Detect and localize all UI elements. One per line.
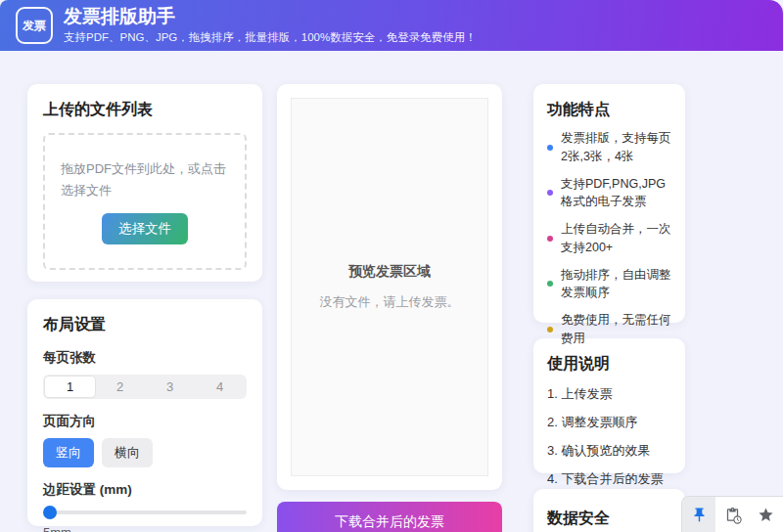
page-subtitle: 支持PDF、PNG、JPG，拖拽排序，批量排版，100%数据安全，免登录免费使用… [64,30,477,45]
star-button[interactable] [749,497,782,532]
feature-list: 发票排版，支持每页2张,3张，4张支持PDF,PNG,JPG格式的电子发票上传自… [547,129,671,348]
features-card: 功能特点 发票排版，支持每页2张,3张，4张支持PDF,PNG,JPG格式的电子… [533,84,685,323]
star-icon [758,507,774,523]
file-dropzone[interactable]: 拖放PDF文件到此处，或点击选择文件 选择文件 [43,133,247,270]
pin-button[interactable] [682,497,715,532]
feature-text: 上传自动合并，一次支持200+ [561,220,671,257]
instruction-step: 2. 调整发票顺序 [547,414,671,431]
orientation-buttons: 竖向横向 [43,438,247,467]
instructions-card: 使用说明 1. 上传发票2. 调整发票顺序3. 确认预览的效果4. 下载合并后的… [533,338,685,473]
bullet-dot-icon [547,236,553,242]
download-merged-button[interactable]: 下载合并后的发票 [277,502,502,532]
feature-item: 免费使用，无需任何费用 [547,311,671,348]
feature-text: 免费使用，无需任何费用 [561,311,671,348]
choose-file-button[interactable]: 选择文件 [102,213,188,244]
bullet-dot-icon [547,190,553,196]
preview-card: 预览发票区域 没有文件，请上传发票。 [277,84,502,490]
bullet-dot-icon [547,281,553,287]
preview-empty-text: 没有文件，请上传发票。 [320,293,460,311]
feature-item: 支持PDF,PNG,JPG格式的电子发票 [547,175,671,212]
preview-area-title: 预览发票区域 [348,263,431,281]
margin-label: 边距设置 (mm) [43,481,247,499]
clock-badge-icon [733,515,742,524]
security-card: 数据安全 [533,489,685,532]
per-page-option-4[interactable]: 4 [195,377,245,397]
per-page-option-2[interactable]: 2 [95,377,145,397]
pin-icon [691,507,708,523]
browser-extension-toolbar [681,496,783,532]
orientation-option-0[interactable]: 竖向 [43,438,94,467]
app-header: 发票 发票排版助手 支持PDF、PNG、JPG，拖拽排序，批量排版，100%数据… [0,0,783,51]
instruction-step: 3. 确认预览的效果 [547,442,671,460]
preview-area: 预览发票区域 没有文件，请上传发票。 [291,98,488,476]
page-title: 发票排版助手 [64,6,477,27]
security-title: 数据安全 [547,509,671,529]
dropzone-hint: 拖放PDF文件到此处，或点击选择文件 [61,158,229,200]
feature-text: 发票排版，支持每页2张,3张，4张 [561,129,671,166]
per-page-segmented-control: 1234 [43,375,247,399]
feature-item: 上传自动合并，一次支持200+ [547,220,671,257]
feature-item: 发票排版，支持每页2张,3张，4张 [547,129,671,166]
feature-text: 支持PDF,PNG,JPG格式的电子发票 [561,175,671,212]
instruction-step: 4. 下载合并后的发票 [547,470,671,488]
orientation-label: 页面方向 [43,413,247,430]
layout-settings-title: 布局设置 [43,315,247,335]
per-page-label: 每页张数 [43,349,247,367]
layout-settings-card: 布局设置 每页张数 1234 页面方向 竖向横向 边距设置 (mm) 5mm [27,299,262,526]
margin-slider[interactable] [43,510,247,514]
feature-item: 拖动排序，自由调整发票顺序 [547,266,671,303]
instruction-step-list: 1. 上传发票2. 调整发票顺序3. 确认预览的效果4. 下载合并后的发票 [547,385,671,488]
margin-slider-thumb[interactable] [43,506,57,519]
instructions-title: 使用说明 [547,354,671,375]
instruction-step: 1. 上传发票 [547,385,671,403]
app-logo-text: 发票 [23,18,46,34]
orientation-option-1[interactable]: 横向 [102,438,153,467]
per-page-option-3[interactable]: 3 [145,377,195,397]
margin-value: 5mm [43,525,247,532]
app-logo: 发票 [16,7,53,44]
upload-card: 上传的文件列表 拖放PDF文件到此处，或点击选择文件 选择文件 [27,84,262,282]
clipboard-button[interactable] [715,497,749,532]
main-content: 上传的文件列表 拖放PDF文件到此处，或点击选择文件 选择文件 布局设置 每页张… [0,51,783,532]
per-page-option-1[interactable]: 1 [45,377,95,397]
bullet-dot-icon [547,327,553,332]
bullet-dot-icon [547,145,553,151]
upload-card-title: 上传的文件列表 [43,100,247,120]
feature-text: 拖动排序，自由调整发票顺序 [561,266,671,303]
features-title: 功能特点 [547,100,671,120]
